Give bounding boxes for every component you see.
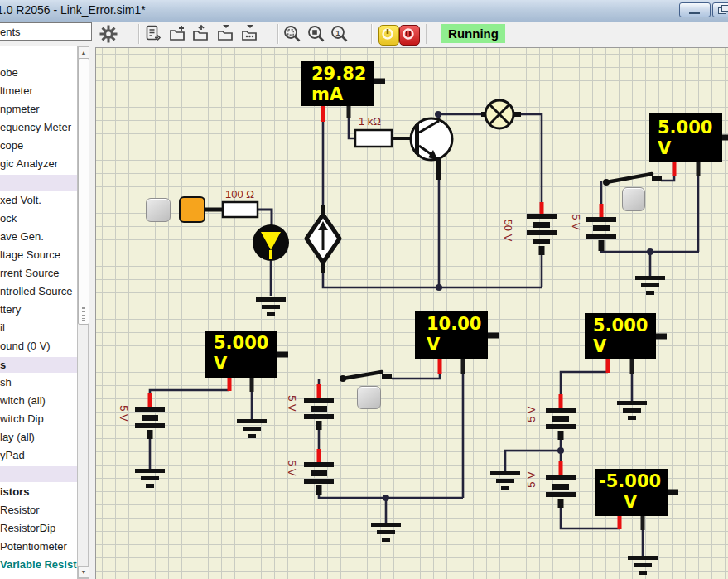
battery-5v-label: 5 V <box>118 405 130 422</box>
sidebar-item-current-source[interactable]: rrent Source <box>0 264 77 282</box>
sidebar-item-switch-dip[interactable]: witch Dip <box>0 410 77 428</box>
zoom-actual-icon[interactable]: 1 <box>330 24 350 44</box>
switch-blade[interactable] <box>340 372 392 382</box>
sidebar-section-header <box>0 466 77 482</box>
sidebar-item-resistor[interactable]: Resistor <box>0 501 77 519</box>
sidebar-item-scope[interactable]: cope <box>0 137 77 155</box>
current-source[interactable] <box>306 205 340 273</box>
voltmeter-display[interactable]: 5.000 V <box>205 331 277 378</box>
resistor-100[interactable] <box>223 202 258 217</box>
sidebar-item-push[interactable]: sh <box>0 374 77 392</box>
scroll-down-button[interactable]: ▼ <box>78 566 89 578</box>
battery-5v[interactable] <box>546 475 576 508</box>
sidebar-item-variable-resistor[interactable]: Variable Resistor <box>0 556 77 574</box>
resistor-1k-label: 1 kΩ <box>359 115 381 128</box>
sidebar-item-battery[interactable]: ttery <box>0 301 77 319</box>
sidebar-item-logic-analyzer[interactable]: gic Analyzer <box>0 155 77 173</box>
led-lit[interactable] <box>253 224 289 261</box>
battery-5v-label: 5 V <box>525 471 538 488</box>
battery-5v[interactable] <box>586 217 616 251</box>
open-file-icon[interactable] <box>191 24 211 44</box>
ammeter-value: 29.82 <box>311 64 366 84</box>
battery-5v[interactable] <box>304 398 334 430</box>
sidebar-item-voltmeter[interactable]: ltmeter <box>0 82 77 100</box>
sidebar-item-resistors-group[interactable]: istors <box>0 483 77 501</box>
sidebar-section-header <box>0 175 77 191</box>
sidebar-item-relay-all[interactable]: lay (all) <box>0 428 77 446</box>
new-file-icon[interactable] <box>168 24 188 44</box>
sidebar-item-probe[interactable]: obe <box>0 64 77 82</box>
resistor-1k[interactable] <box>355 130 392 147</box>
toolbar-separator <box>138 24 140 44</box>
battery-5v[interactable] <box>304 462 334 495</box>
voltmeter-unit: V <box>427 335 488 355</box>
push-button[interactable] <box>146 198 171 222</box>
battery-50v[interactable] <box>527 214 557 255</box>
sidebar-item-wave-gen[interactable]: ave Gen. <box>0 228 77 246</box>
voltmeter-display[interactable]: 5.000 V <box>585 313 656 359</box>
sidebar-item-keypad[interactable]: yPad <box>0 446 77 465</box>
restore-button[interactable] <box>712 2 728 17</box>
main-toolbar: 1 Running <box>0 22 728 47</box>
switch-button[interactable] <box>357 386 381 409</box>
recent-files-icon[interactable] <box>240 24 260 44</box>
sidebar-item-switch-all[interactable]: witch (all) <box>0 392 77 410</box>
battery-5v[interactable] <box>135 407 165 439</box>
ammeter-unit: mA <box>311 84 374 105</box>
zoom-window-icon[interactable] <box>306 24 326 44</box>
restore-icon-back <box>721 5 728 12</box>
sidebar-item-frequency-meter[interactable]: equency Meter <box>0 118 77 137</box>
thumb-grip <box>82 307 85 321</box>
schematic-canvas[interactable]: 29.82 mA 5.000 V 5.000 V 10.00 V 5.000 V… <box>95 47 728 579</box>
voltmeter-value: -5.000 <box>599 471 661 491</box>
voltmeter-value: 5.000 <box>214 333 268 353</box>
scrollbar-thumb[interactable] <box>78 58 89 325</box>
svg-text:1: 1 <box>335 29 340 37</box>
power-pause-button[interactable] <box>399 25 420 46</box>
toolbar-separator <box>371 24 373 44</box>
status-badge: Running <box>441 24 505 43</box>
battery-5v-label: 5 V <box>570 214 582 230</box>
voltmeter-display[interactable]: 10.00 V <box>415 311 488 359</box>
voltmeter-unit: V <box>593 336 656 357</box>
toolbar-separator <box>426 24 427 44</box>
zoom-fit-icon[interactable] <box>282 24 302 44</box>
switch-blade[interactable] <box>603 174 662 186</box>
sidebar-item-ampmeter[interactable]: npmeter <box>0 100 77 118</box>
battery-5v[interactable] <box>546 408 576 440</box>
switch-button[interactable] <box>622 187 645 211</box>
netlist-icon[interactable] <box>144 24 164 44</box>
scroll-up-button[interactable]: ▲ <box>78 46 89 59</box>
sidebar-item-resistordip[interactable]: ResistorDip <box>0 519 77 538</box>
gear-icon[interactable] <box>99 24 118 44</box>
battery-5v-label: 5 V <box>525 406 538 422</box>
title-bar: 1.0 R2056 - Link_Error.sim1* <box>0 0 728 22</box>
component-filter-input[interactable] <box>0 22 92 41</box>
sidebar-item-fixed-volt[interactable]: xed Volt. <box>0 191 77 210</box>
sidebar-item-ground[interactable]: ound (0 V) <box>0 337 77 355</box>
junction-dots <box>383 111 653 501</box>
voltmeter-unit: V <box>658 138 722 159</box>
npn-transistor[interactable] <box>411 118 452 180</box>
sidebar-scrollbar[interactable]: ▲ ▼ <box>77 46 89 579</box>
resistor-100-label: 100 Ω <box>225 188 254 200</box>
ammeter-display[interactable]: 29.82 mA <box>301 61 374 106</box>
led-resistor-wire[interactable] <box>258 210 272 225</box>
save-file-icon[interactable] <box>216 24 236 44</box>
sidebar-item-controlled-source[interactable]: ntrolled Source <box>0 282 77 301</box>
minimize-icon <box>689 12 700 14</box>
voltmeter-display-negative[interactable]: -5.000 V <box>595 469 668 516</box>
lamp[interactable] <box>481 100 521 128</box>
window-title: 1.0 R2056 - Link_Error.sim1* <box>0 3 146 17</box>
sidebar-item-coil[interactable]: il <box>0 319 77 337</box>
power-on-button[interactable] <box>378 25 399 46</box>
voltmeter-value: 5.000 <box>658 118 712 138</box>
sidebar-item-clock[interactable]: ock <box>0 210 77 228</box>
battery-5v-label: 5 V <box>286 460 298 476</box>
fixed-voltage-component[interactable] <box>179 196 205 223</box>
voltmeter-display[interactable]: 5.000 V <box>649 113 722 162</box>
minimize-button[interactable] <box>679 2 711 17</box>
sidebar-item-potentiometer[interactable]: Potentiometer <box>0 538 77 556</box>
sidebar-item-voltage-source[interactable]: ltage Source <box>0 246 77 264</box>
sidebar-section-header: s <box>0 357 77 373</box>
